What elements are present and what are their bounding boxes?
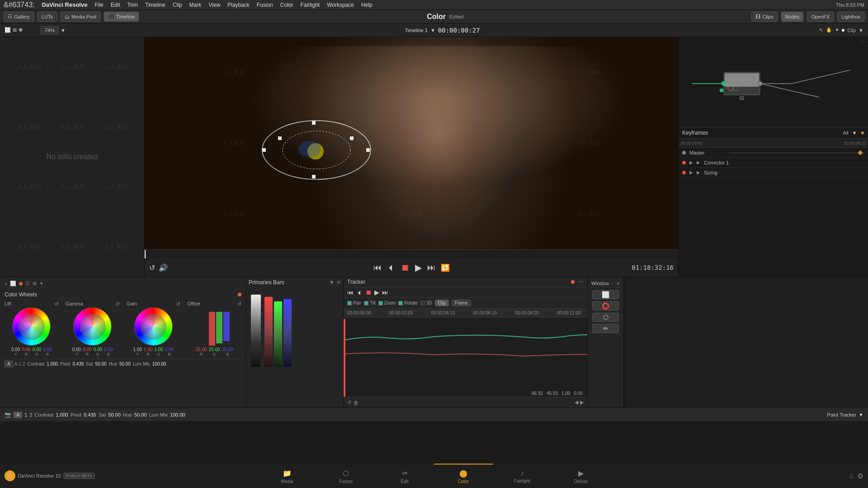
lift-wheel[interactable] xyxy=(12,307,51,346)
settings-icon[interactable]: ⚙ xyxy=(857,472,863,480)
lightbox-btn[interactable]: Lightbox xyxy=(837,12,864,22)
scrubber-handle[interactable] xyxy=(145,250,146,258)
expand-sizing-icon[interactable]: ▶ xyxy=(689,170,693,175)
offset-r-bar[interactable] xyxy=(209,312,215,346)
pivot-value[interactable]: 0.435 xyxy=(73,361,84,366)
gain-wheel[interactable] xyxy=(134,307,173,346)
menu-playback[interactable]: Playback xyxy=(227,2,250,8)
point-tracker-dropdown-icon[interactable]: ▼ xyxy=(859,412,863,418)
prev-frame-btn[interactable]: ⏴ xyxy=(387,263,395,272)
offset-reset-icon[interactable]: ↺ xyxy=(237,301,241,307)
tab-fusion[interactable]: ⬡ Fusion xyxy=(316,464,375,488)
tracker-stop-btn[interactable]: ⏹ xyxy=(365,289,372,296)
wheels-icon3[interactable]: ⊞ xyxy=(33,281,37,286)
tracker-go-start-btn[interactable]: ⏮ xyxy=(347,289,354,296)
green-bar[interactable] xyxy=(274,301,282,367)
nodes-btn[interactable]: Nodes xyxy=(781,12,804,22)
timeline-btn[interactable]: ⬛ Timeline xyxy=(104,12,139,22)
num1-btn[interactable]: 1 xyxy=(19,361,21,366)
window-tool-3-btn[interactable]: ⬡ xyxy=(592,313,619,322)
home-icon[interactable]: ⌂ xyxy=(849,472,854,480)
lift-reset-icon[interactable]: ↺ xyxy=(54,301,59,307)
contrast-bottom-val[interactable]: 1.000 xyxy=(56,412,68,418)
menu-timeline[interactable]: Timeline xyxy=(145,2,165,8)
menu-color[interactable]: Color xyxy=(280,2,293,8)
tab-deliver[interactable]: ▶ Deliver xyxy=(552,464,610,488)
contrast-value[interactable]: 1.000 xyxy=(47,361,58,366)
expand-corrector-icon[interactable]: ▶ xyxy=(689,160,693,165)
window-options-icon[interactable]: ⋯ xyxy=(610,281,615,286)
scrubber-bar[interactable] xyxy=(145,249,678,258)
loop-mode-btn[interactable]: 🔁 xyxy=(441,263,450,272)
tracker-nav-right-icon[interactable]: ▶ xyxy=(580,399,584,405)
hand-tool-icon[interactable]: ✋ xyxy=(826,27,832,33)
zoom-level[interactable]: 74% xyxy=(41,26,59,34)
mode-ab-btn[interactable]: A xyxy=(14,361,18,366)
clips-btn[interactable]: 🎞 Clips xyxy=(751,12,777,22)
rotate-checkbox[interactable] xyxy=(398,301,403,305)
window-close-icon[interactable]: ✕ xyxy=(616,281,620,286)
sat-bottom-val[interactable]: 50.00 xyxy=(108,412,121,418)
luma-bar[interactable] xyxy=(251,295,261,367)
expand2-sizing-icon[interactable]: ▶ xyxy=(697,170,700,175)
openfx-btn[interactable]: OpenFX xyxy=(807,12,834,22)
blue-bar[interactable] xyxy=(283,299,292,367)
stop-btn[interactable]: ⏹ xyxy=(401,263,410,273)
mode-a-btn[interactable]: A xyxy=(5,361,13,367)
go-to-end-btn[interactable]: ⏭ xyxy=(427,263,435,272)
window-tool-4-btn[interactable]: ✏ xyxy=(592,324,619,333)
lummix-value[interactable]: 100.00 xyxy=(152,361,166,366)
tracker-more-icon[interactable]: ⋯ xyxy=(578,279,584,285)
tracker-play-btn[interactable]: ▶ xyxy=(374,289,379,296)
3d-checkbox[interactable] xyxy=(420,301,425,305)
go-to-start-btn[interactable]: ⏮ xyxy=(373,263,382,272)
mode-a-indicator[interactable]: A xyxy=(14,412,22,418)
expand2-corrector-icon[interactable]: ▶ xyxy=(697,160,700,165)
menu-edit[interactable]: Edit xyxy=(111,2,120,8)
zoom-checkbox[interactable] xyxy=(378,301,383,305)
menu-trim[interactable]: Trim xyxy=(127,2,138,8)
play-btn[interactable]: ▶ xyxy=(415,262,422,273)
tracker-go-end-btn[interactable]: ⏭ xyxy=(382,289,388,296)
num1-indicator[interactable]: 1 xyxy=(24,412,27,418)
offset-b-bar[interactable] xyxy=(223,312,230,341)
hue-bottom-val[interactable]: 50.00 xyxy=(134,412,147,418)
window-tool-1-btn[interactable]: ⬜ xyxy=(592,290,619,299)
menu-workspace[interactable]: Workspace xyxy=(327,2,354,8)
clip-mode-btn[interactable]: Clip xyxy=(435,300,449,306)
pan-checkbox[interactable] xyxy=(347,301,352,305)
menu-fairlight[interactable]: Fairlight xyxy=(300,2,320,8)
audio-btn[interactable]: 🔊 xyxy=(159,263,168,272)
menu-view[interactable]: View xyxy=(208,2,220,8)
gain-reset-icon[interactable]: ↺ xyxy=(176,301,180,307)
primaries-close-icon[interactable]: ✕ xyxy=(336,279,341,286)
tab-edit[interactable]: ✂ Edit xyxy=(375,464,434,488)
wheels-icon4[interactable]: ✦ xyxy=(39,281,43,286)
loop-btn[interactable]: ↺ xyxy=(149,263,155,272)
luts-btn[interactable]: LUTs xyxy=(38,12,57,22)
keyframes-filter[interactable]: All xyxy=(843,130,849,136)
red-bar[interactable] xyxy=(264,297,273,367)
lummix-bottom-val[interactable]: 100.00 xyxy=(170,412,185,418)
add-wheel-icon[interactable]: + xyxy=(5,281,7,286)
tab-color[interactable]: ⬤ Color xyxy=(434,464,493,488)
gamma-reset-icon[interactable]: ↺ xyxy=(115,301,120,307)
tilt-checkbox[interactable] xyxy=(364,301,368,305)
num2-btn[interactable]: 2 xyxy=(23,361,25,366)
window-tool-2-btn[interactable]: ⭕ xyxy=(592,301,619,310)
media-pool-btn[interactable]: 🗂 Media Pool xyxy=(61,12,100,22)
menu-file[interactable]: File xyxy=(94,2,103,8)
wheels-mode-icon[interactable]: ⬜ xyxy=(10,281,16,286)
stills-icon[interactable]: 📷 xyxy=(5,412,11,418)
tab-fairlight[interactable]: ♪ Fairlight xyxy=(493,464,552,488)
menu-clip[interactable]: Clip xyxy=(173,2,182,8)
offset-g-bar[interactable] xyxy=(216,312,222,343)
hue-value[interactable]: 50.00 xyxy=(119,361,131,366)
menu-fusion[interactable]: Fusion xyxy=(257,2,273,8)
tracker-bottom-left-icon[interactable]: ↺ xyxy=(347,399,351,405)
menu-help[interactable]: Help xyxy=(361,2,373,8)
gamma-wheel[interactable] xyxy=(73,307,112,346)
menu-mark[interactable]: Mark xyxy=(189,2,202,8)
pivot-bottom-val[interactable]: 0.435 xyxy=(84,412,96,418)
tracker-delete-icon[interactable]: 🗑 xyxy=(354,400,359,405)
